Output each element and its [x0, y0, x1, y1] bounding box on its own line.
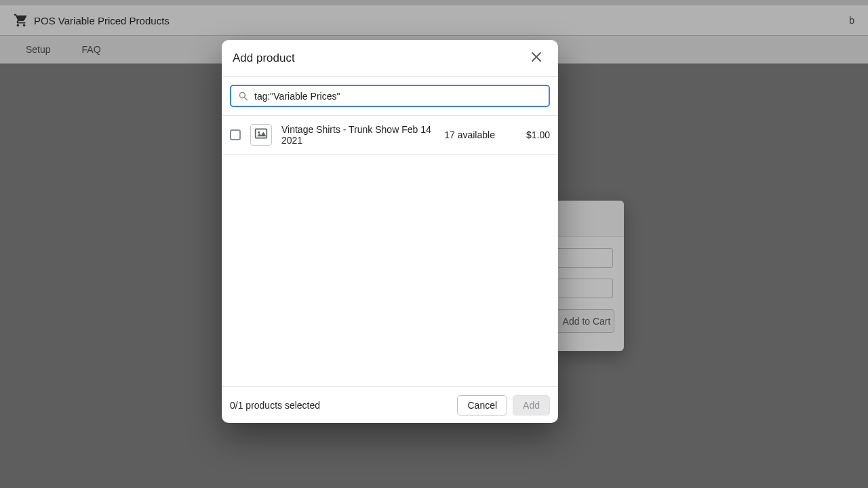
modal-header: Add product: [222, 40, 558, 77]
product-thumbnail: [250, 124, 272, 146]
footer-buttons: Cancel Add: [457, 395, 550, 415]
modal-title: Add product: [233, 52, 295, 65]
search-input[interactable]: [254, 91, 542, 102]
product-price: $1.00: [526, 129, 550, 140]
product-row[interactable]: Vintage Shirts - Trunk Show Feb 14 2021 …: [222, 116, 558, 155]
add-product-modal: Add product: [222, 40, 558, 423]
modal-overlay: Add product: [0, 0, 868, 488]
product-list: Vintage Shirts - Trunk Show Feb 14 2021 …: [222, 115, 558, 386]
search-area: [222, 77, 558, 115]
product-name: Vintage Shirts - Trunk Show Feb 14 2021: [281, 124, 444, 146]
search-wrapper[interactable]: [230, 85, 550, 107]
product-checkbox[interactable]: [230, 129, 241, 140]
product-availability: 17 available: [444, 129, 495, 140]
add-button[interactable]: Add: [513, 395, 550, 415]
selected-count: 0/1 products selected: [230, 400, 320, 411]
close-icon: [530, 50, 543, 66]
image-placeholder-icon: [254, 127, 268, 143]
close-button[interactable]: [526, 47, 547, 69]
cancel-button[interactable]: Cancel: [457, 395, 507, 415]
modal-footer: 0/1 products selected Cancel Add: [222, 386, 558, 423]
search-icon: [238, 91, 249, 102]
